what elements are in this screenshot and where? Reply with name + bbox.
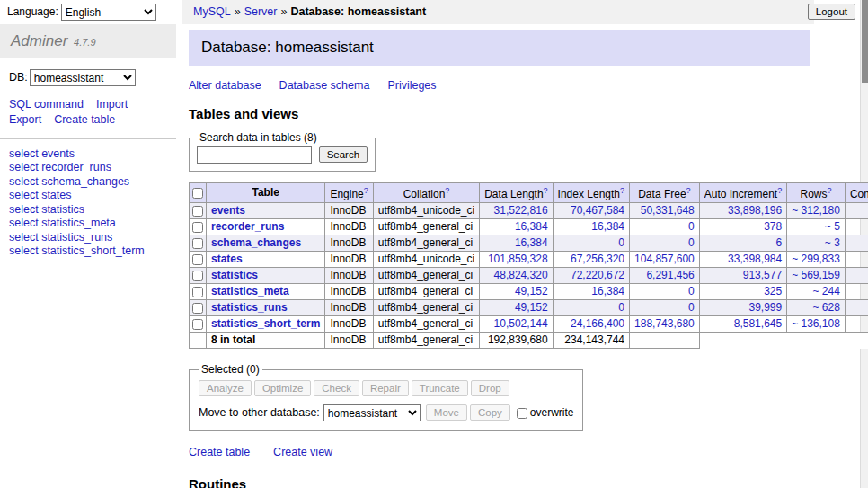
column-help-icon[interactable]: ?	[364, 186, 368, 195]
cell-data-length-link[interactable]: 16,384	[515, 236, 548, 249]
table-link-statistics_meta[interactable]: statistics_meta	[211, 285, 289, 297]
sidebar-select-statistics-meta[interactable]: select statistics_meta	[9, 217, 116, 229]
cell-auto-increment-link[interactable]: 913,577	[743, 269, 782, 281]
sidebar-select-statistics-runs[interactable]: select statistics_runs	[9, 231, 112, 244]
table-link-statistics_short_term[interactable]: statistics_short_term	[211, 317, 320, 330]
cell-index-length-link[interactable]: 16,384	[591, 220, 624, 233]
move-db-select[interactable]: homeassistant	[323, 404, 421, 421]
row-checkbox-events[interactable]	[192, 206, 203, 217]
cell-index-length-link[interactable]: 70,467,584	[571, 204, 624, 217]
cell-data-free-link[interactable]: 6,291,456	[646, 269, 694, 281]
cell-data-free-link[interactable]: 50,331,648	[641, 204, 695, 217]
row-check-cell	[190, 203, 207, 219]
select-all-checkbox[interactable]	[192, 188, 203, 199]
table-link-statistics[interactable]: statistics	[211, 269, 258, 281]
cell-auto-increment-link[interactable]: 33,898,196	[728, 204, 782, 217]
overwrite-checkbox[interactable]	[517, 408, 527, 419]
breadcrumb-link-server[interactable]: Server	[244, 5, 278, 18]
cell-index-length-link[interactable]: 67,256,320	[571, 253, 624, 265]
row-checkbox-statistics_runs[interactable]	[192, 303, 203, 314]
sidebar-table-item: select statistics_meta	[9, 217, 167, 231]
cell-data-length-link[interactable]: 31,522,816	[494, 204, 548, 217]
table-link-recorder_runs[interactable]: recorder_runs	[211, 220, 284, 233]
cell-rows-link[interactable]: ~ 3	[825, 236, 840, 249]
row-checkbox-recorder_runs[interactable]	[192, 222, 203, 233]
cell-rows-link[interactable]: ~ 136,108	[792, 317, 840, 330]
cell-data-free-link[interactable]: 0	[688, 285, 695, 297]
cell-auto-increment-link[interactable]: 6	[775, 236, 782, 249]
cell-rows-link[interactable]: ~ 569,159	[792, 269, 840, 281]
row-checkbox-schema_changes[interactable]	[192, 238, 203, 249]
column-help-icon[interactable]: ?	[828, 186, 832, 195]
cell-index-length-link[interactable]: 0	[618, 236, 624, 249]
cell-data-free-link[interactable]: 188,743,680	[634, 317, 695, 330]
cell-index-length-link[interactable]: 72,220,672	[571, 269, 624, 281]
cell-rows-link[interactable]: ~ 312,180	[792, 204, 840, 217]
cell-data-length-link[interactable]: 16,384	[515, 220, 548, 233]
row-checkbox-statistics[interactable]	[192, 271, 203, 281]
table-link-events[interactable]: events	[211, 204, 245, 217]
cell-auto-increment-link[interactable]: 8,581,645	[734, 317, 782, 330]
cell-index-length-link[interactable]: 0	[618, 301, 624, 314]
sidebar-select-statistics-short-term[interactable]: select statistics_short_term	[9, 244, 145, 257]
cell-rows-link[interactable]: ~ 5	[825, 220, 840, 233]
column-help-icon[interactable]: ?	[620, 186, 624, 195]
sidebar-link-sql-command[interactable]: SQL command	[9, 98, 84, 111]
cell-auto-increment-link[interactable]: 33,398,984	[728, 253, 782, 265]
column-help-icon[interactable]: ?	[777, 186, 782, 195]
selected-fieldset: Selected (0) AnalyzeOptimizeCheckRepairT…	[189, 363, 583, 431]
sidebar-select-events[interactable]: select events	[9, 147, 75, 160]
column-help-icon[interactable]: ?	[686, 186, 691, 195]
row-checkbox-statistics_short_term[interactable]	[192, 319, 203, 330]
cell-data-free-link[interactable]: 0	[688, 236, 695, 249]
sidebar-link-create-table[interactable]: Create table	[54, 113, 115, 126]
language-select[interactable]: English	[61, 4, 156, 21]
logout-button[interactable]: Logout	[808, 4, 855, 20]
cell-auto-increment-link[interactable]: 325	[764, 285, 782, 297]
cell-data-free-link[interactable]: 0	[688, 220, 695, 233]
cell-data-free: 188,743,680	[630, 316, 700, 333]
cell-auto-increment-link[interactable]: 39,999	[748, 301, 782, 314]
breadcrumb-link-mysql[interactable]: MySQL	[193, 5, 231, 18]
repair-button: Repair	[362, 380, 409, 396]
row-checkbox-states[interactable]	[192, 254, 203, 265]
database-schema-link[interactable]: Database schema	[279, 79, 370, 92]
create-view-link[interactable]: Create view	[273, 446, 332, 458]
cell-index-length-link[interactable]: 24,166,400	[571, 317, 624, 330]
sidebar-select-schema-changes[interactable]: select schema_changes	[9, 175, 129, 188]
create-table-link[interactable]: Create table	[189, 446, 250, 458]
sidebar-select-states[interactable]: select states	[9, 189, 71, 201]
cell-rows-link[interactable]: ~ 628	[813, 301, 840, 314]
total-label: 8 in total	[207, 333, 325, 349]
cell-data-length-link[interactable]: 101,859,328	[488, 253, 548, 265]
search-button[interactable]: Search	[319, 146, 368, 163]
cell-data-length-link[interactable]: 49,152	[515, 285, 548, 297]
search-input[interactable]	[197, 146, 312, 164]
sidebar-link-import[interactable]: Import	[96, 98, 128, 111]
cell-index-length-link[interactable]: 16,384	[591, 285, 624, 297]
cell-data-free-link[interactable]: 0	[688, 301, 695, 314]
cell-rows: ~ 299,833	[787, 252, 846, 268]
column-help-icon[interactable]: ?	[445, 186, 449, 195]
row-checkbox-statistics_meta[interactable]	[192, 287, 203, 297]
scrollbar-thumb[interactable]	[862, 0, 868, 83]
alter-database-link[interactable]: Alter database	[189, 79, 261, 92]
sidebar-select-recorder-runs[interactable]: select recorder_runs	[9, 161, 111, 173]
cell-data-length-link[interactable]: 10,502,144	[494, 317, 548, 330]
cell-rows-link[interactable]: ~ 299,833	[792, 253, 840, 265]
cell-data-length-link[interactable]: 48,824,320	[494, 269, 548, 281]
table-link-schema_changes[interactable]: schema_changes	[211, 236, 301, 249]
column-help-icon[interactable]: ?	[544, 186, 548, 195]
table-link-states[interactable]: states	[211, 253, 243, 265]
sidebar-link-export[interactable]: Export	[9, 113, 41, 126]
privileges-link[interactable]: Privileges	[387, 79, 436, 92]
cell-rows-link[interactable]: ~ 244	[813, 285, 840, 297]
table-link-statistics_runs[interactable]: statistics_runs	[211, 301, 288, 314]
overwrite-label[interactable]: overwrite	[517, 406, 574, 419]
cell-auto-increment-link[interactable]: 378	[764, 220, 782, 233]
analyze-button: Analyze	[199, 380, 252, 396]
cell-data-length-link[interactable]: 49,152	[515, 301, 548, 314]
cell-data-free-link[interactable]: 104,857,600	[634, 253, 695, 265]
sidebar-select-statistics[interactable]: select statistics	[9, 203, 84, 216]
db-select[interactable]: homeassistant	[30, 69, 136, 86]
